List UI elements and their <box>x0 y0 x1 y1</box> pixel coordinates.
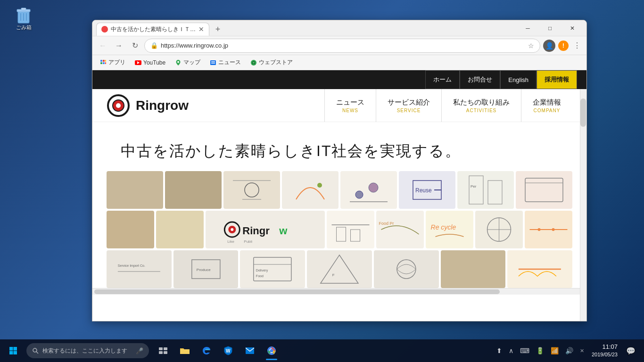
recycle-bin-icon[interactable]: ごみ箱 <box>9 7 38 31</box>
svg-rect-70 <box>14 351 17 355</box>
battery-icon[interactable]: 🔋 <box>534 345 546 356</box>
new-tab-button[interactable]: + <box>211 23 224 36</box>
vertical-scrollbar[interactable] <box>580 89 586 321</box>
bookmark-maps[interactable]: マップ <box>172 57 203 68</box>
svg-text:W: W <box>226 348 231 354</box>
site-header: Ringrow ニュース NEWS サービス紹介 SERVICE 私たちの取り組… <box>92 89 586 122</box>
hero-text: 中古を活かした素晴らしきIT社会を実現する。 <box>92 122 586 171</box>
photo-row-1: Reuse Per <box>107 171 572 209</box>
bookmark-youtube[interactable]: YouTube <box>132 58 168 67</box>
edge-icon <box>202 346 211 355</box>
svg-point-27 <box>355 191 363 198</box>
account-icon[interactable]: 👤 <box>543 40 555 52</box>
bookmark-apps[interactable]: アプリ <box>97 57 128 68</box>
forward-button[interactable]: → <box>112 39 125 52</box>
back-button[interactable]: ← <box>96 39 109 52</box>
speaker-icon[interactable]: 🔊 <box>563 345 575 356</box>
tab-title: 中古を活かした素晴らしきＩＴ社会... <box>111 25 196 33</box>
photo-cell <box>340 171 397 209</box>
svg-point-65 <box>397 260 416 279</box>
clock-area[interactable]: 11:07 2019/05/23 <box>589 342 620 359</box>
bookmark-star-icon[interactable]: ☆ <box>528 42 534 49</box>
photo-cell <box>516 171 572 209</box>
svg-point-19 <box>253 62 255 64</box>
svg-point-82 <box>270 349 273 353</box>
site-nav-service[interactable]: サービス紹介 SERVICE <box>376 89 441 122</box>
svg-point-14 <box>177 61 179 63</box>
sketch-image: Reuse <box>399 171 455 209</box>
tab-close-button[interactable]: ✕ <box>198 25 204 33</box>
site-hero: 中古を活かした素晴らしきIT社会を実現する。 <box>92 122 586 321</box>
mic-icon[interactable]: 🎤 <box>136 347 143 354</box>
site-content: ホーム お問合せ English 採用情報 <box>92 70 586 321</box>
svg-text:Produce: Produce <box>197 268 211 272</box>
network-icon[interactable]: ⬆ <box>495 345 504 356</box>
keyboard-icon[interactable]: ⌨ <box>518 345 531 356</box>
svg-rect-46 <box>336 227 346 241</box>
sketch-image: Per <box>457 171 514 209</box>
site-nav-english[interactable]: English <box>500 70 537 89</box>
svg-rect-73 <box>159 347 163 350</box>
notification-button[interactable]: 💬 <box>623 340 638 361</box>
svg-rect-8 <box>105 60 106 62</box>
active-tab[interactable]: 中古を活かした素晴らしきＩＴ社会... ✕ <box>96 23 209 36</box>
site-nav-company[interactable]: 企業情報 COMPANY <box>521 89 572 122</box>
address-bar[interactable]: 🔒 https://www.ringrow.co.jp ☆ <box>144 39 540 53</box>
chevron-up-icon[interactable]: ∧ <box>507 345 515 356</box>
search-placeholder-text: 検索するには、ここに入力します <box>42 347 127 355</box>
minimize-button[interactable]: ─ <box>517 22 538 35</box>
title-bar: 中古を活かした素晴らしきＩＴ社会... ✕ + ─ □ ✕ <box>92 20 586 36</box>
svg-rect-74 <box>164 347 167 350</box>
site-top-nav: ホーム お問合せ English 採用情報 <box>92 70 586 89</box>
menu-button[interactable]: ⋮ <box>571 39 583 52</box>
sketch-image <box>374 250 439 288</box>
tab-area: 中古を活かした素晴らしきＩＴ社会... ✕ + <box>96 20 513 36</box>
chrome-taskbar[interactable] <box>261 340 282 361</box>
svg-point-55 <box>552 228 554 231</box>
maximize-button[interactable]: □ <box>539 22 561 35</box>
youtube-icon <box>135 60 141 65</box>
site-nav-recruit[interactable]: 採用情報 <box>537 70 577 89</box>
close-button[interactable]: ✕ <box>561 22 583 35</box>
shield-taskbar[interactable]: W <box>218 340 239 361</box>
site-nav-contact[interactable]: お問合せ <box>460 70 500 89</box>
sketch-image: Food Pr <box>376 211 424 248</box>
site-nav-activities[interactable]: 私たちの取り組み ACTIVITIES <box>441 89 521 122</box>
mail-taskbar[interactable] <box>239 340 260 361</box>
svg-rect-15 <box>210 60 216 65</box>
reload-button[interactable]: ↻ <box>128 39 141 52</box>
photo-cell <box>374 250 439 288</box>
svg-text:Publi: Publi <box>244 239 252 244</box>
bookmark-news[interactable]: ニュース <box>207 57 244 68</box>
photo-cell: Service Import Co. <box>107 250 172 288</box>
h-scroll-thumb[interactable] <box>94 289 500 294</box>
svg-rect-6 <box>100 60 102 62</box>
svg-rect-11 <box>105 62 106 64</box>
taskbar: 検索するには、ここに入力します 🎤 <box>0 339 644 362</box>
logo-area[interactable]: Ringrow <box>107 94 189 117</box>
close-x-icon[interactable]: ✕ <box>578 346 586 356</box>
start-button[interactable] <box>2 339 25 362</box>
wifi-icon[interactable]: 📶 <box>549 345 561 356</box>
svg-point-28 <box>369 183 378 192</box>
photo-cell <box>525 211 572 248</box>
maps-icon <box>175 59 182 66</box>
svg-text:F: F <box>332 273 335 277</box>
site-nav-home[interactable]: ホーム <box>425 70 460 89</box>
svg-line-72 <box>36 352 38 354</box>
file-explorer-taskbar[interactable] <box>174 340 195 361</box>
task-view-button[interactable] <box>153 340 173 361</box>
svg-rect-36 <box>525 178 563 202</box>
edge-taskbar[interactable] <box>196 340 217 361</box>
warning-icon[interactable]: ! <box>558 41 569 51</box>
taskbar-items: W <box>153 340 282 361</box>
bookmark-webstore[interactable]: ウェブストア <box>248 57 296 68</box>
taskbar-search[interactable]: 検索するには、ここに入力します 🎤 <box>26 343 149 358</box>
task-view-icon <box>158 347 168 354</box>
scroll-thumb[interactable] <box>580 99 586 127</box>
horizontal-scrollbar[interactable] <box>92 288 586 295</box>
site-nav-news[interactable]: ニュース NEWS <box>324 89 376 122</box>
svg-text:Service Import Co.: Service Import Co. <box>118 264 145 268</box>
mail-icon <box>245 347 255 354</box>
svg-point-71 <box>33 348 37 352</box>
